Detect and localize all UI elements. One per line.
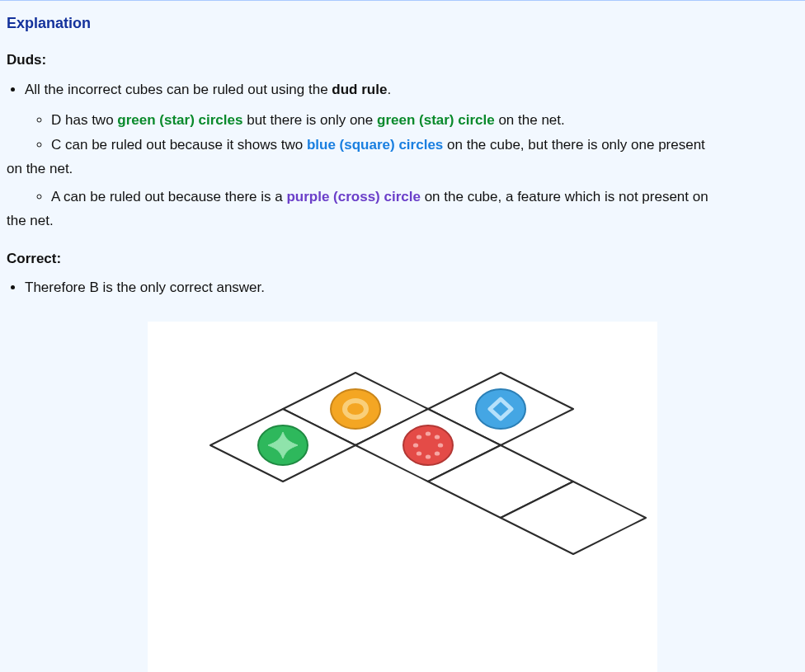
duds-heading: Duds:: [7, 49, 798, 71]
text: D has two: [51, 112, 117, 128]
correct-item: Therefore B is the only correct answer.: [25, 277, 798, 298]
figure-wrap: [7, 322, 798, 673]
green-text: green (star) circle: [377, 112, 495, 128]
section-title: Explanation: [7, 12, 798, 35]
duds-sub-list-a: A can be ruled out because there is a pu…: [7, 186, 798, 208]
duds-intro-after: .: [387, 82, 391, 97]
duds-sub-list-c: C can be ruled out because it shows two …: [7, 134, 798, 156]
text: C can be ruled out because it shows two: [51, 137, 307, 153]
svg-point-20: [417, 435, 421, 439]
green-text: green (star) circles: [117, 112, 242, 128]
svg-point-10: [476, 389, 525, 429]
svg-point-14: [435, 435, 440, 439]
duds-item-a-cont: the net.: [7, 210, 798, 232]
cube-net-figure: [148, 322, 657, 673]
duds-sub-list-d: D has two green (star) circles but there…: [7, 110, 798, 131]
blue-text: blue (square) circles: [307, 137, 443, 153]
red-circle-icon: [403, 425, 453, 465]
blue-circle-icon: [476, 389, 525, 429]
svg-point-16: [435, 451, 440, 455]
duds-intro-before: All the incorrect cubes can be ruled out…: [25, 82, 332, 97]
text: on the cube, a feature which is not pres…: [421, 189, 708, 204]
text: on the cube, but there is only one prese…: [443, 137, 705, 153]
explanation-panel: Explanation Duds: All the incorrect cube…: [0, 0, 805, 672]
svg-point-19: [413, 443, 418, 447]
duds-item-c: C can be ruled out because it shows two …: [51, 134, 798, 156]
duds-intro-list: All the incorrect cubes can be ruled out…: [7, 79, 798, 101]
text: A can be ruled out because there is a: [51, 189, 286, 204]
cube-net-svg: [148, 322, 657, 673]
duds-intro-bold: dud rule: [332, 82, 387, 97]
green-circle-icon: [258, 425, 308, 465]
correct-list: Therefore B is the only correct answer.: [7, 277, 798, 298]
duds-item-c-cont: on the net.: [7, 158, 798, 180]
orange-circle-icon: [331, 389, 380, 429]
svg-point-17: [426, 454, 431, 458]
svg-point-15: [438, 443, 443, 447]
duds-item-a: A can be ruled out because there is a pu…: [51, 186, 798, 208]
duds-intro-item: All the incorrect cubes can be ruled out…: [25, 79, 798, 101]
duds-item-d: D has two green (star) circles but there…: [51, 110, 798, 131]
correct-heading: Correct:: [7, 248, 798, 270]
svg-point-12: [403, 425, 453, 465]
svg-point-13: [426, 431, 431, 435]
svg-point-8: [331, 389, 380, 429]
text: on the net.: [495, 112, 565, 128]
svg-point-18: [417, 451, 421, 455]
purple-text: purple (cross) circle: [286, 189, 421, 204]
text: but there is only one: [242, 112, 377, 128]
